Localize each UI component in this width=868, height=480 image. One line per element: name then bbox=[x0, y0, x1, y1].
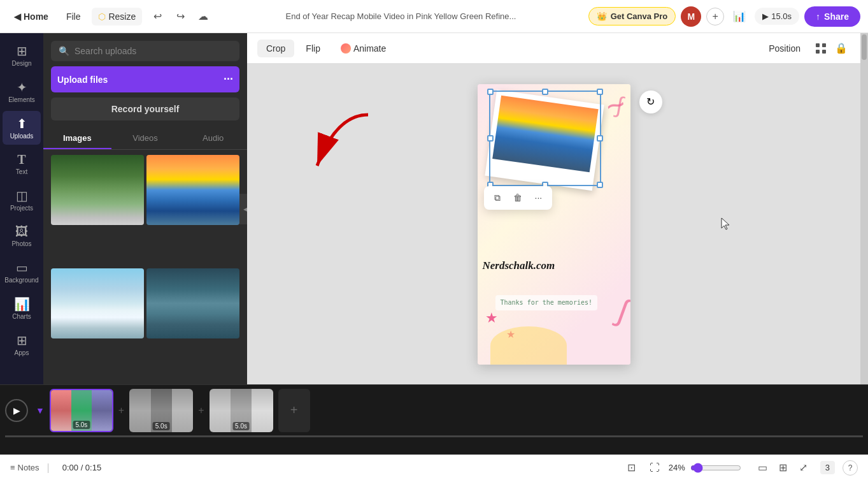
undo-button[interactable]: ↩ bbox=[147, 6, 167, 27]
uploads-panel-inner: 🔍 Upload files ··· Record yourself bbox=[43, 33, 247, 128]
crop-button[interactable]: Crop bbox=[257, 40, 294, 57]
clip-duration-2: 5.0s bbox=[153, 422, 170, 430]
divider: | bbox=[47, 462, 50, 474]
flip-button[interactable]: Flip bbox=[297, 40, 329, 57]
list-item[interactable] bbox=[146, 155, 239, 225]
sidebar-item-uploads[interactable]: ⬆ Uploads bbox=[3, 111, 41, 145]
delete-button[interactable]: 🗑 bbox=[508, 189, 527, 207]
more-button[interactable]: ··· bbox=[530, 189, 548, 207]
list-item[interactable] bbox=[51, 155, 144, 225]
sidebar-label-text: Text bbox=[16, 168, 27, 175]
sidebar-item-apps[interactable]: ⊞ Apps bbox=[3, 328, 41, 361]
scrollbar-thumb[interactable] bbox=[862, 34, 867, 60]
share-icon: ↑ bbox=[816, 11, 820, 22]
timeline-row: ▶ ▼ 5.0s + 5.0s + bbox=[0, 384, 868, 435]
sidebar-item-charts[interactable]: 📊 Charts bbox=[3, 291, 41, 325]
tab-videos[interactable]: Videos bbox=[111, 128, 180, 149]
upload-files-button[interactable]: Upload files ··· bbox=[51, 66, 239, 92]
cloud-save-icon[interactable]: ☁ bbox=[193, 6, 213, 27]
document-title: End of Year Recap Mobile Video in Pink Y… bbox=[218, 11, 583, 21]
projects-icon: ◫ bbox=[16, 188, 28, 203]
plus-connector-1[interactable]: + bbox=[118, 405, 124, 416]
share-button[interactable]: ↑ Share bbox=[804, 6, 860, 27]
sidebar-label-projects: Projects bbox=[10, 205, 33, 212]
zoom-controls: ⊡ ⛶ 24% bbox=[623, 459, 741, 477]
notes-button[interactable]: ≡ Notes bbox=[10, 463, 39, 472]
status-bar: ≡ Notes | 0:00 / 0:15 ⊡ ⛶ 24% ▭ ⊞ ⤢ 3 ? bbox=[0, 455, 868, 480]
search-input[interactable] bbox=[75, 46, 232, 56]
clip-duration-3: 5.0s bbox=[232, 422, 250, 430]
list-item[interactable] bbox=[146, 268, 239, 338]
sidebar-item-projects[interactable]: ◫ Projects bbox=[3, 183, 41, 217]
sidebar-item-background[interactable]: ▭ Background bbox=[3, 255, 41, 289]
elements-icon: ✦ bbox=[17, 80, 27, 95]
thanks-text: Thanks for the memories! bbox=[495, 295, 598, 310]
background-icon: ▭ bbox=[16, 260, 28, 275]
play-icon: ▶ bbox=[762, 11, 769, 21]
lock-button[interactable]: 🔒 bbox=[832, 40, 850, 57]
timer-button[interactable]: ▶ 15.0s bbox=[755, 8, 799, 25]
home-label: Home bbox=[24, 11, 48, 22]
svg-rect-1 bbox=[822, 43, 826, 47]
help-button[interactable]: ? bbox=[843, 460, 858, 476]
clip-segment bbox=[210, 389, 231, 432]
sidebar-label-uploads: Uploads bbox=[10, 133, 34, 140]
copy-button[interactable]: ⧉ bbox=[489, 189, 506, 207]
resize-button[interactable]: ⬡ Resize bbox=[92, 8, 142, 25]
expand-button[interactable]: ⤢ bbox=[795, 459, 813, 477]
text-icon: T bbox=[17, 152, 25, 167]
avatar[interactable]: M bbox=[681, 6, 701, 27]
analytics-icon[interactable]: 📊 bbox=[729, 6, 750, 27]
clip-segment bbox=[92, 390, 112, 431]
more-options-icon[interactable]: ··· bbox=[224, 73, 233, 86]
canvas-workspace[interactable]: ~ ∫ bbox=[247, 64, 860, 384]
page-indicator: 3 bbox=[820, 461, 835, 474]
search-icon: 🔍 bbox=[59, 46, 69, 56]
uploads-panel: 🔍 Upload files ··· Record yourself Image… bbox=[43, 33, 247, 384]
design-card[interactable]: ~ ∫ bbox=[478, 84, 630, 365]
refresh-button[interactable]: ↻ bbox=[639, 91, 662, 113]
playhead-indicator: ▼ bbox=[36, 405, 45, 416]
search-box[interactable]: 🔍 bbox=[51, 41, 239, 61]
timeline-clip-2[interactable]: 5.0s bbox=[129, 389, 193, 432]
charts-icon: 📊 bbox=[14, 296, 30, 312]
fit-to-screen-button[interactable]: ⊡ bbox=[623, 459, 641, 477]
tab-images[interactable]: Images bbox=[43, 128, 111, 149]
collapse-panel-button[interactable]: ◀ bbox=[239, 194, 247, 224]
file-button[interactable]: File bbox=[60, 8, 87, 25]
home-button[interactable]: ◀ Home bbox=[8, 8, 55, 25]
sidebar-item-text[interactable]: T Text bbox=[3, 147, 41, 180]
single-view-button[interactable]: ▭ bbox=[754, 459, 772, 477]
fullscreen-button[interactable]: ⛶ bbox=[646, 459, 664, 477]
right-scrollbar[interactable] bbox=[860, 33, 868, 384]
tab-audio[interactable]: Audio bbox=[179, 128, 247, 149]
top-bar: ◀ Home File ⬡ Resize ↩ ↪ ☁ End of Year R… bbox=[0, 0, 868, 33]
svg-rect-0 bbox=[816, 43, 820, 47]
home-arrow-icon: ◀ bbox=[14, 11, 21, 22]
polaroid-photo[interactable] bbox=[485, 89, 604, 190]
timeline-clip-3[interactable]: 5.0s bbox=[210, 389, 273, 432]
position-button[interactable]: Position bbox=[760, 40, 809, 57]
play-button[interactable]: ▶ bbox=[5, 399, 28, 422]
design-card-wrapper: ~ ∫ bbox=[478, 84, 630, 365]
animate-button[interactable]: Animate bbox=[332, 40, 395, 57]
redo-button[interactable]: ↪ bbox=[170, 6, 190, 27]
sidebar-item-design[interactable]: ⊞ Design bbox=[3, 38, 41, 72]
record-yourself-button[interactable]: Record yourself bbox=[51, 98, 239, 120]
zoom-slider[interactable] bbox=[690, 463, 741, 473]
sidebar-item-photos[interactable]: 🖼 Photos bbox=[3, 219, 41, 252]
sidebar-item-elements[interactable]: ✦ Elements bbox=[3, 75, 41, 108]
sidebar-label-background: Background bbox=[4, 277, 38, 284]
grid-view-button[interactable] bbox=[812, 40, 830, 57]
plus-connector-2[interactable]: + bbox=[198, 405, 204, 416]
notes-icon: ≡ bbox=[10, 463, 15, 472]
get-canva-button[interactable]: 👑 Get Canva Pro bbox=[588, 7, 676, 25]
list-item[interactable] bbox=[51, 268, 144, 338]
grid-layout-button[interactable]: ⊞ bbox=[774, 459, 792, 477]
cursor bbox=[720, 217, 733, 235]
timeline-track bbox=[5, 435, 863, 437]
add-clip-button[interactable]: + bbox=[278, 389, 310, 432]
timeline-clip-1[interactable]: 5.0s bbox=[50, 389, 113, 432]
main-area: ⊞ Design ✦ Elements ⬆ Uploads T Text ◫ P… bbox=[0, 33, 868, 384]
add-team-button[interactable]: + bbox=[706, 8, 724, 25]
